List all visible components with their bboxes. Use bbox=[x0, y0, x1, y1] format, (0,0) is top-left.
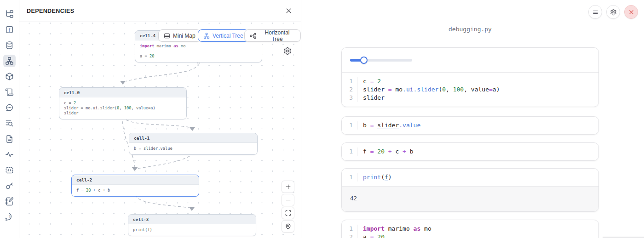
help-icon: ? bbox=[5, 213, 14, 221]
code-editor[interactable]: 1 import marimo as mo 2 a = 20 bbox=[342, 220, 598, 238]
code-row: 2 a = 20 bbox=[342, 233, 598, 238]
horizontal-tree-icon bbox=[250, 33, 256, 39]
settings-icon bbox=[283, 47, 293, 55]
line-number: 2 bbox=[342, 233, 357, 238]
settings-icon bbox=[610, 9, 617, 16]
scratchpad-icon bbox=[5, 197, 14, 206]
sidebar-item-outputs[interactable] bbox=[3, 164, 16, 176]
view-button-vertical-tree[interactable]: Vertical Tree bbox=[198, 29, 249, 42]
code-editor[interactable]: 1 f = 20 + c + b bbox=[342, 143, 598, 160]
graph-node-code: b = slider.value bbox=[129, 143, 257, 154]
secrets-icon bbox=[5, 181, 14, 190]
code-editor[interactable]: 1 b = slider.value bbox=[342, 117, 598, 134]
tracing-icon bbox=[5, 119, 14, 128]
close-panel-button[interactable] bbox=[283, 6, 293, 16]
line-number: 1 bbox=[342, 173, 357, 181]
sidebar-item-packages[interactable] bbox=[3, 70, 16, 83]
code-row: 2 slider = mo.ui.slider(0, 100, value=a) bbox=[342, 85, 598, 94]
view-button-horizontal-tree[interactable]: Horizontal Tree bbox=[244, 29, 301, 42]
dependencies-panel: cell-4 import marimo as mo a = 20 cell-0… bbox=[19, 0, 301, 238]
file-tree-icon bbox=[5, 10, 14, 18]
line-number: 1 bbox=[342, 121, 357, 130]
sidebar-item-file-tree[interactable] bbox=[3, 8, 16, 20]
notebook-cell-1: 1 c = 2 2 slider = mo.ui.slider(0, 100, … bbox=[341, 47, 599, 107]
variables-icon: ƒ bbox=[5, 25, 14, 34]
notebook-cell-3: 1 f = 20 + c + b bbox=[341, 142, 599, 161]
zoom-in-button[interactable] bbox=[282, 181, 294, 193]
view-button-mini-map[interactable]: Mini Map bbox=[158, 29, 201, 42]
marimo-app: ƒ? cell-4 import marimo as mo a = 20 cel… bbox=[0, 0, 644, 238]
vertical-tree-icon bbox=[203, 33, 210, 39]
graph-node-cell-3[interactable]: cell-3 print(f) bbox=[128, 214, 256, 236]
menu-button[interactable] bbox=[588, 5, 602, 19]
sidebar-item-documentation[interactable] bbox=[3, 86, 16, 98]
svg-text:?: ? bbox=[8, 215, 10, 219]
packages-icon bbox=[5, 72, 14, 81]
documentation-icon bbox=[5, 88, 14, 96]
zoom-out-icon bbox=[285, 197, 292, 204]
cell-console-output: 42 bbox=[342, 186, 598, 211]
settings-button[interactable] bbox=[606, 5, 620, 19]
slider-thumb[interactable] bbox=[360, 57, 368, 64]
notebook-cell-4: 1 print(f) 42 bbox=[341, 168, 599, 212]
code-row: 1 b = slider.value bbox=[342, 121, 598, 130]
graph-settings-button[interactable] bbox=[283, 46, 293, 56]
graph-node-code: c = 2slider = mo.ui.slider(0, 100, value… bbox=[59, 97, 186, 119]
code-editor[interactable]: 1 c = 2 2 slider = mo.ui.slider(0, 100, … bbox=[342, 73, 598, 107]
left-icon-rail: ƒ? bbox=[0, 0, 19, 238]
menu-icon bbox=[592, 9, 599, 16]
datasources-icon bbox=[5, 41, 14, 50]
graph-node-code: print(f) bbox=[128, 224, 256, 236]
sidebar-item-variables[interactable]: ƒ bbox=[3, 23, 16, 36]
sidebar-item-secrets[interactable] bbox=[3, 180, 16, 192]
line-number: 1 bbox=[342, 147, 357, 156]
locate-button[interactable] bbox=[282, 220, 294, 232]
notebook-filename: debugging.py bbox=[341, 26, 599, 33]
sidebar-item-tracing[interactable] bbox=[3, 117, 16, 130]
graph-zoom-controls bbox=[282, 181, 294, 232]
graph-node-title: cell-3 bbox=[128, 215, 256, 224]
line-number: 1 bbox=[342, 225, 357, 233]
activity-icon bbox=[5, 150, 14, 159]
graph-node-code: import marimo as mo a = 20 bbox=[135, 40, 262, 62]
dependencies-icon bbox=[5, 57, 14, 65]
graph-node-cell-2[interactable]: cell-2 f = 20 + c + b bbox=[71, 175, 199, 197]
code-editor[interactable]: 1 print(f) bbox=[342, 169, 598, 186]
line-number: 1 bbox=[342, 77, 357, 85]
close-icon bbox=[285, 7, 292, 14]
graph-node-cell-0[interactable]: cell-0 c = 2slider = mo.ui.slider(0, 100… bbox=[59, 87, 187, 119]
shutdown-button[interactable] bbox=[624, 5, 638, 19]
zoom-out-button[interactable] bbox=[282, 194, 294, 206]
notebook-cell-5: 1 import marimo as mo 2 a = 20 bbox=[341, 220, 599, 238]
svg-text:ƒ: ƒ bbox=[8, 27, 11, 32]
sidebar-item-scratchpad[interactable] bbox=[3, 195, 16, 208]
shutdown-icon bbox=[628, 9, 635, 16]
sidebar-item-dependencies[interactable] bbox=[3, 55, 16, 67]
dependencies-panel-title: DEPENDENCIES bbox=[27, 8, 74, 14]
sidebar-item-chat[interactable] bbox=[3, 102, 16, 114]
code-row: 1 print(f) bbox=[342, 173, 598, 181]
notebook-area: debugging.py 1 c = 2 2 slider = mo.ui.sl… bbox=[301, 0, 644, 238]
fit-view-button[interactable] bbox=[282, 207, 294, 219]
sidebar-item-activity[interactable] bbox=[3, 148, 16, 161]
line-number: 3 bbox=[342, 94, 357, 102]
graph-node-title: cell-2 bbox=[72, 175, 199, 185]
slider-widget[interactable] bbox=[350, 59, 412, 62]
sidebar-item-snippets[interactable] bbox=[3, 133, 16, 145]
code-row: 1 f = 20 + c + b bbox=[342, 147, 598, 156]
line-number: 2 bbox=[342, 85, 357, 94]
code-row: 1 import marimo as mo bbox=[342, 225, 598, 233]
graph-node-cell-1[interactable]: cell-1 b = slider.value bbox=[129, 133, 258, 155]
notebook-cell-2: 1 b = slider.value bbox=[341, 116, 599, 135]
snippets-icon bbox=[5, 135, 14, 143]
dependencies-panel-header: DEPENDENCIES bbox=[19, 0, 301, 22]
outputs-icon bbox=[5, 166, 14, 175]
graph-node-code: f = 20 + c + b bbox=[72, 185, 199, 196]
fit-view-icon bbox=[285, 210, 292, 216]
code-row: 1 c = 2 bbox=[342, 77, 598, 85]
locate-icon bbox=[285, 223, 292, 230]
graph-node-title: cell-1 bbox=[129, 133, 257, 143]
sidebar-item-help[interactable]: ? bbox=[3, 211, 16, 223]
chat-icon bbox=[5, 103, 14, 112]
sidebar-item-datasources[interactable] bbox=[3, 39, 16, 51]
